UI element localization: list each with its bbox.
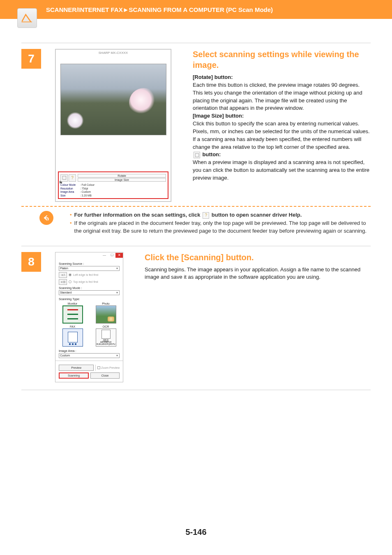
scanning-button[interactable]: Scanning xyxy=(59,372,89,379)
zoom-preview-check[interactable]: Zoom Preview xyxy=(97,366,120,369)
scanning-source-label: Scanning Source : xyxy=(59,262,120,266)
type-fax[interactable]: FAX xyxy=(60,325,85,347)
step-8-heading: Click the [Scanning] button. xyxy=(145,252,371,263)
tip-line-2: • If the originals are placed in the doc… xyxy=(70,219,371,235)
page-header-icon xyxy=(17,8,37,28)
tip-icon xyxy=(39,211,53,225)
step-8: 8 — ☐ ✕ Scanning Source : Platen▼ ◄A L xyxy=(21,252,371,382)
cropbtn-label: button: xyxy=(201,151,221,157)
close-button[interactable]: Close xyxy=(90,372,120,379)
svg-rect-2 xyxy=(195,153,198,157)
scanning-mode-label: Scanning Mode : xyxy=(59,286,120,290)
divider xyxy=(21,43,371,43)
divider xyxy=(21,390,371,390)
radio-left[interactable] xyxy=(69,273,71,276)
window-titlebar: — ☐ ✕ xyxy=(55,252,123,258)
tip-line-1: • For further information on the scan se… xyxy=(70,211,371,219)
crop-icon xyxy=(194,152,200,158)
orient-left-icon: ◄A xyxy=(59,272,67,278)
screenshot-title: SHARP MX-CXXXX xyxy=(55,49,171,56)
monitor-icon xyxy=(62,305,83,324)
preview-image xyxy=(60,64,166,135)
type-monitor[interactable]: Monitor xyxy=(60,302,85,324)
screenshot-preview-window: SHARP MX-CXXXX ? Rotate Image Size xyxy=(55,49,171,202)
ocr-icon: ABCD ABCDEFGH HIJKLMNOPQRSTU xyxy=(96,328,116,347)
photo-icon xyxy=(96,305,116,324)
divider xyxy=(21,246,371,246)
help-icon: ? xyxy=(203,212,209,219)
step-7-body: [Rotate] button: Each time this button i… xyxy=(193,74,371,182)
scanning-source-select[interactable]: Platen▼ xyxy=(59,266,120,271)
orientation-left-row[interactable]: ◄A Left edge is fed first xyxy=(59,272,120,278)
image-area-label: Image Area : xyxy=(59,349,120,353)
imagesize-label: [Image Size] button: xyxy=(193,113,244,119)
radio-top[interactable] xyxy=(69,280,71,283)
scan-info: Colour Mode: Full Colour Resolution: 75d… xyxy=(60,183,167,197)
image-area-select[interactable]: Custom▼ xyxy=(59,353,120,358)
rotate-label: [Rotate] button: xyxy=(193,74,233,80)
image-size-button[interactable]: Image Size xyxy=(78,178,166,182)
page-number: 5-146 xyxy=(0,527,392,537)
dashed-divider xyxy=(21,206,371,207)
highlighted-toolbar: ? Rotate Image Size Colour Mode: Full Co… xyxy=(58,171,168,199)
step-7-heading: Select scanning settings while viewing t… xyxy=(193,49,371,70)
step-number-7: 7 xyxy=(21,49,41,69)
orientation-top-row[interactable]: ◄▤ Top edge is fed first xyxy=(59,279,120,285)
header-bar: SCANNER/INTERNET FAX►SCANNING FROM A COM… xyxy=(0,0,392,19)
close-icon[interactable]: ✕ xyxy=(115,253,123,258)
maximize-icon[interactable]: ☐ xyxy=(108,253,115,258)
type-photo[interactable]: Photo xyxy=(93,302,119,324)
rotate-button[interactable]: Rotate xyxy=(78,174,166,178)
fax-icon xyxy=(62,328,83,347)
orient-top-icon: ◄▤ xyxy=(59,279,67,285)
step-number-8: 8 xyxy=(21,252,41,272)
breadcrumb: SCANNER/INTERNET FAX►SCANNING FROM A COM… xyxy=(46,6,273,13)
minimize-icon[interactable]: — xyxy=(101,253,108,258)
svg-rect-1 xyxy=(62,176,66,180)
scanning-type-label: Scanning Type: xyxy=(59,297,120,301)
step-7: 7 SHARP MX-CXXXX ? Rotate Image Size xyxy=(21,49,371,202)
preview-button[interactable]: Preview xyxy=(59,365,94,371)
step-8-body: Scanning begins. The image appears in yo… xyxy=(145,266,371,282)
svg-rect-0 xyxy=(21,22,32,23)
scanning-mode-select[interactable]: Standard▼ xyxy=(59,290,120,295)
crop-icon[interactable] xyxy=(60,174,68,182)
type-ocr[interactable]: OCR ABCD ABCDEFGH HIJKLMNOPQRSTU xyxy=(93,325,119,347)
tip-block: • For further information on the scan se… xyxy=(21,211,371,235)
screenshot-scan-dialog: — ☐ ✕ Scanning Source : Platen▼ ◄A Left … xyxy=(55,252,123,382)
help-icon[interactable]: ? xyxy=(69,174,76,182)
